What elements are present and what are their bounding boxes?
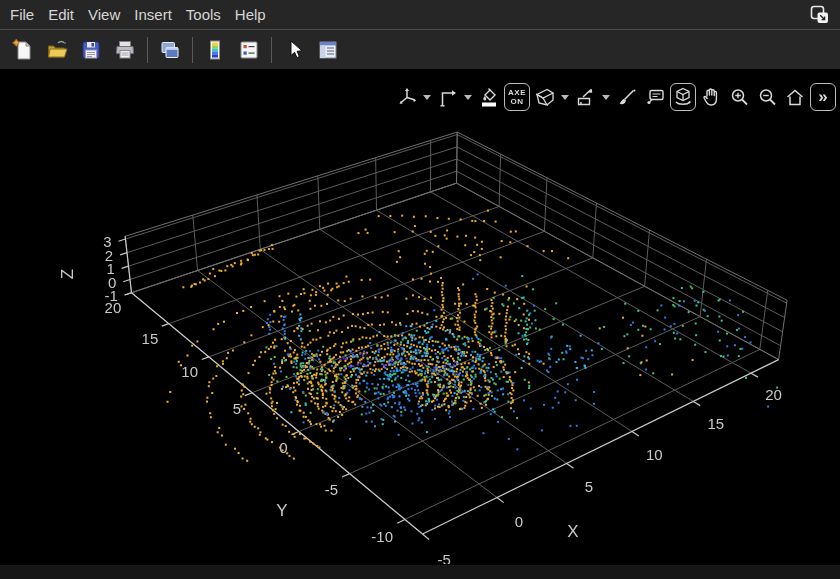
menu-item-edit[interactable]: Edit [41,0,81,29]
export-icon [575,86,597,108]
brush-button[interactable] [614,83,640,111]
export-button[interactable] [573,83,599,111]
menu-item-tools[interactable]: Tools [179,0,228,29]
brush-icon [616,86,638,108]
rotate-axes-button[interactable] [435,83,461,111]
rotate-3d-button[interactable] [670,83,696,111]
figure-area: AXE ON [0,69,840,564]
chevrons-right-icon: » [813,85,832,109]
dropdown-caret-icon[interactable] [561,95,569,100]
axes-visibility-toggle[interactable]: AXE ON [504,83,530,111]
rotate-3d-cube-icon [671,85,695,109]
main-toolbar [0,30,840,69]
home-icon [784,86,806,108]
more-tools-button[interactable]: » [810,83,836,111]
projection-button[interactable] [532,83,558,111]
copy-figure-icon [158,38,182,62]
dropdown-caret-icon[interactable] [464,95,472,100]
open-file-button[interactable] [40,33,74,67]
save-figure-button[interactable] [74,33,108,67]
edit-plot-pointer-button[interactable] [277,33,311,67]
legend-icon [237,38,261,62]
pointer-arrow-icon [282,38,306,62]
print-figure-button[interactable] [108,33,142,67]
dropdown-caret-icon[interactable] [423,95,431,100]
open-folder-icon [45,38,69,62]
zoom-out-icon [756,86,778,108]
toolbar-separator [147,37,148,63]
save-floppy-icon [79,38,103,62]
pan-hand-icon [700,86,722,108]
restore-view-button[interactable] [394,83,420,111]
home-button[interactable] [782,83,808,111]
corner-arrow-icon [437,86,459,108]
menu-bar: File Edit View Insert Tools Help [0,0,840,30]
toolbar-separator [271,37,272,63]
new-document-icon [11,38,35,62]
insert-colorbar-button[interactable] [198,33,232,67]
zoom-in-icon [728,86,750,108]
projection-box-icon [534,86,556,108]
menu-item-file[interactable]: File [3,0,41,29]
zoom-in-button[interactable] [726,83,752,111]
background-color-button[interactable] [476,83,502,111]
window-footer [0,565,840,579]
datatip-icon [644,86,666,108]
pop-out-window-icon[interactable] [806,3,832,29]
colorbar-icon [203,38,227,62]
menu-item-view[interactable]: View [81,0,127,29]
datatip-button[interactable] [642,83,668,111]
dropdown-caret-icon[interactable] [602,95,610,100]
menu-item-insert[interactable]: Insert [127,0,179,29]
paint-bucket-icon [478,86,500,108]
figure-window: File Edit View Insert Tools Help [0,0,840,579]
new-figure-button[interactable] [6,33,40,67]
insert-legend-button[interactable] [232,33,266,67]
toolbar-separator [192,37,193,63]
property-inspector-icon [316,38,340,62]
copy-figure-button[interactable] [153,33,187,67]
menu-item-help[interactable]: Help [228,0,273,29]
axe-on-badge: AXE ON [505,85,529,109]
zoom-out-button[interactable] [754,83,780,111]
pointcloud-plot-canvas[interactable] [0,69,840,564]
axes-toolbar: AXE ON [394,83,836,111]
triad-axes-icon [396,86,418,108]
pan-button[interactable] [698,83,724,111]
property-inspector-button[interactable] [311,33,345,67]
printer-icon [113,38,137,62]
